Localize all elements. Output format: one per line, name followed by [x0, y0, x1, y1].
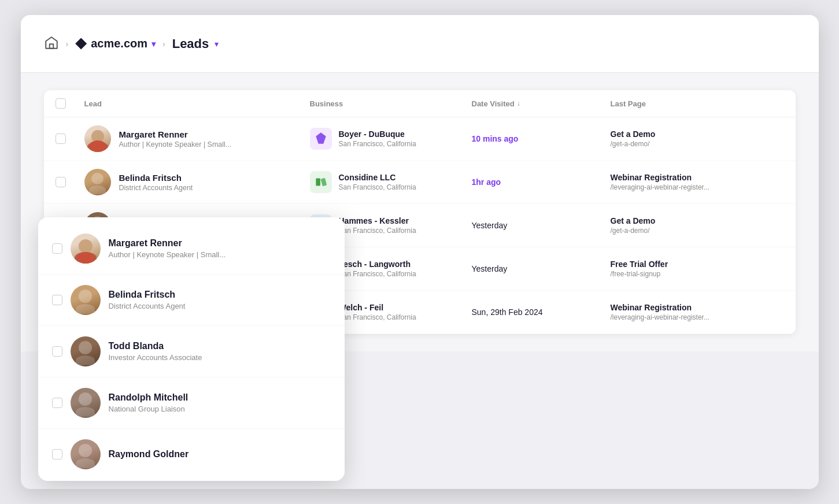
panel-lead-info-todd: Todd Blanda Investor Accounts Associate: [109, 341, 202, 362]
breadcrumb-leads[interactable]: Leads: [172, 36, 209, 51]
business-cell-boyer: Boyer - DuBuque San Francisco, Californi…: [310, 128, 472, 150]
panel-avatar-randolph: [71, 388, 101, 418]
date-visited-raymond: Sun, 29th Feb 2024: [472, 307, 611, 317]
brand-label: acme.com: [91, 37, 147, 50]
panel-checkbox-todd[interactable]: [52, 346, 62, 357]
biz-info-considine: Considine LLC San Francisco, California: [339, 173, 416, 191]
sort-icon: ↓: [517, 99, 520, 108]
main-area: Lead Business Date Visited ↓ Last Page: [21, 73, 819, 351]
panel-row-todd[interactable]: Todd Blanda Investor Accounts Associate: [38, 326, 345, 377]
svg-rect-1: [316, 179, 320, 186]
panel-avatar-todd: [71, 336, 101, 366]
panel-lead-info-belinda: Belinda Fritsch District Accounts Agent: [109, 290, 186, 310]
biz-info-boyer: Boyer - DuBuque San Francisco, Californi…: [339, 129, 416, 148]
header-business: Business: [310, 98, 472, 109]
biz-info-hammes: Hammes - Kessler San Francisco, Californ…: [339, 216, 416, 235]
lead-title: Author | Keynote Speaker | Small...: [119, 140, 232, 149]
panel-avatar-raymond: [71, 439, 101, 469]
select-all-checkbox[interactable]: [56, 98, 84, 109]
panel-lead-info-margaret: Margaret Renner Author | Keynote Speaker…: [109, 238, 226, 259]
panel-checkbox-margaret[interactable]: [52, 243, 62, 254]
brand-chevron-icon[interactable]: ▾: [151, 39, 156, 49]
business-cell-considine: Considine LLC San Francisco, California: [310, 171, 472, 193]
panel-row-randolph[interactable]: Randolph Mitchell National Group Liaison: [38, 377, 345, 429]
breadcrumb-sep-2: ›: [162, 39, 165, 49]
top-bar: › acme.com ▾ › Leads ▾: [21, 15, 819, 73]
brand-diamond-icon: [75, 38, 87, 50]
panel-row-belinda[interactable]: Belinda Fritsch District Accounts Agent: [38, 275, 345, 326]
panel-checkbox-raymond[interactable]: [52, 449, 62, 459]
date-visited-randolph: Yesterday: [472, 264, 611, 273]
svg-rect-0: [49, 44, 53, 49]
row-checkbox-margaret[interactable]: [56, 134, 84, 144]
lead-cell-margaret: Margaret Renner Author | Keynote Speaker…: [84, 125, 310, 152]
row-checkbox-belinda[interactable]: [56, 177, 84, 187]
panel-checkbox-randolph[interactable]: [52, 398, 62, 408]
floating-leads-panel: Margaret Renner Author | Keynote Speaker…: [38, 217, 345, 481]
last-page-belinda: Webinar Registration /leveraging-ai-webi…: [611, 173, 784, 191]
table-row[interactable]: Margaret Renner Author | Keynote Speaker…: [44, 117, 796, 161]
home-icon[interactable]: [44, 35, 59, 53]
breadcrumb-brand[interactable]: acme.com ▾: [75, 37, 156, 50]
header-date-visited[interactable]: Date Visited ↓: [472, 98, 611, 109]
date-visited-todd: Yesterday: [472, 221, 611, 230]
breadcrumb-sep-1: ›: [66, 39, 69, 49]
panel-avatar-margaret: [71, 234, 101, 264]
table-row[interactable]: Belinda Fritsch District Accounts Agent …: [44, 161, 796, 204]
avatar-margaret: [84, 125, 111, 152]
biz-logo-considine: [310, 171, 332, 193]
header-last-page: Last Page: [611, 98, 784, 109]
panel-checkbox-belinda[interactable]: [52, 295, 62, 305]
lead-info-belinda: Belinda Fritsch District Accounts Agent: [119, 173, 193, 192]
leads-chevron-icon[interactable]: ▾: [215, 39, 219, 49]
lead-cell-belinda: Belinda Fritsch District Accounts Agent: [84, 169, 310, 195]
biz-info-lesch: Lesch - Langworth San Francisco, Califor…: [339, 260, 416, 278]
panel-avatar-belinda: [71, 285, 101, 315]
panel-row-raymond[interactable]: Raymond Goldner: [38, 429, 345, 475]
panel-lead-info-randolph: Randolph Mitchell National Group Liaison: [109, 392, 189, 413]
date-visited-belinda: 1hr ago: [472, 177, 611, 187]
lead-info-margaret: Margaret Renner Author | Keynote Speaker…: [119, 129, 232, 149]
header-lead: Lead: [84, 98, 310, 109]
biz-logo-boyer: [310, 128, 332, 150]
last-page-raymond: Webinar Registration /leveraging-ai-webi…: [611, 303, 784, 321]
avatar-belinda: [84, 169, 111, 195]
panel-lead-info-raymond: Raymond Goldner: [109, 449, 189, 459]
last-page-margaret: Get a Demo /get-a-demo/: [611, 129, 784, 148]
table-header: Lead Business Date Visited ↓ Last Page: [44, 90, 796, 117]
last-page-todd: Get a Demo /get-a-demo/: [611, 216, 784, 235]
date-visited-margaret: 10 mins ago: [472, 134, 611, 143]
biz-info-welch: Welch - Feil San Francisco, California: [339, 303, 416, 321]
lead-name: Margaret Renner: [119, 129, 232, 139]
last-page-randolph: Free Trial Offer /free-trial-signup: [611, 260, 784, 278]
breadcrumb: › acme.com ▾ › Leads ▾: [44, 35, 219, 53]
panel-row-margaret[interactable]: Margaret Renner Author | Keynote Speaker…: [38, 223, 345, 275]
svg-rect-2: [320, 178, 327, 187]
app-window: › acme.com ▾ › Leads ▾ Lead: [21, 15, 819, 489]
